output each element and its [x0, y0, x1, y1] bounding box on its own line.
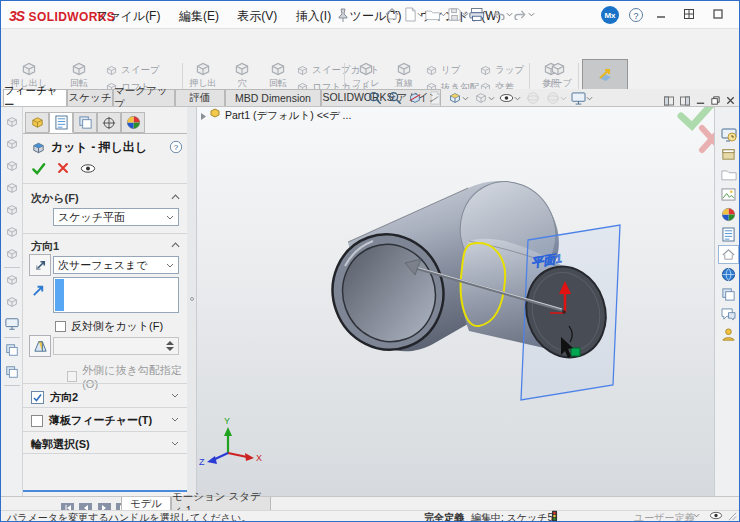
display-style-icon[interactable] [471, 90, 497, 106]
forum-icon[interactable] [718, 305, 739, 324]
draft-outward-row[interactable]: 外側に抜き勾配指定(O) [67, 363, 187, 390]
zoom-area-icon[interactable] [385, 90, 405, 106]
file-explorer-icon[interactable] [718, 165, 739, 184]
edit-appearance-icon[interactable] [523, 90, 543, 106]
redo-button[interactable] [513, 4, 535, 24]
thin-feature-row[interactable]: 薄板フィーチャー(T) [31, 413, 152, 428]
apply-scene-icon[interactable] [543, 90, 569, 106]
view-orientation-icon[interactable] [445, 90, 471, 106]
menu-insert[interactable]: 挿入(I) [289, 3, 338, 30]
window-minimize-button[interactable] [649, 3, 673, 25]
user-avatar[interactable]: Mx [601, 6, 619, 24]
tab-propertymanager[interactable] [49, 112, 73, 133]
from-dropdown[interactable]: スケッチ平面 [53, 208, 179, 226]
undo-button[interactable] [491, 4, 513, 24]
view-settings-icon[interactable] [569, 90, 595, 106]
user-tools-icon[interactable] [718, 325, 739, 344]
menu-file[interactable]: ファイル(F) [89, 3, 167, 30]
selected-contours-expand-icon[interactable] [171, 441, 179, 446]
3dexperience-icon[interactable] [718, 265, 739, 284]
strip-feature-icon[interactable] [5, 159, 19, 173]
direction1-collapse-icon[interactable] [171, 242, 180, 248]
tab-markup[interactable]: マークアップ [113, 89, 175, 106]
flyout-tree[interactable]: Part1 (デフォルト) <<デ ... [201, 109, 351, 121]
panel-splitter[interactable] [187, 107, 197, 496]
from-collapse-icon[interactable] [171, 194, 180, 200]
pm-help-icon[interactable] [169, 140, 183, 154]
strip-feature-icon[interactable] [5, 137, 19, 151]
splitter-handle[interactable] [190, 297, 194, 301]
end-condition-dropdown[interactable]: 次サーフェスまで [53, 256, 179, 274]
cancel-x-icon[interactable] [56, 161, 70, 175]
flyout-expand-icon[interactable] [201, 113, 206, 120]
strip-feature-icon[interactable] [5, 181, 19, 195]
thin-feature-expand-icon[interactable] [171, 417, 179, 422]
drag-handle[interactable] [571, 348, 580, 356]
draft-outward-checkbox[interactable] [67, 371, 77, 382]
direction-selection-box[interactable] [53, 277, 179, 313]
menu-edit[interactable]: 編集(E) [172, 3, 226, 30]
confirm-ok-icon[interactable] [681, 107, 712, 126]
thin-feature-checkbox[interactable] [31, 415, 43, 427]
strip-sketch-icon[interactable] [5, 273, 19, 287]
hide-show-items-icon[interactable] [497, 90, 523, 106]
flyout-part-name[interactable]: Part1 (デフォルト) <<デ ... [225, 109, 351, 121]
strip-copy-icon[interactable] [5, 365, 19, 379]
section-view-icon[interactable] [405, 90, 425, 106]
custom-properties-icon[interactable] [718, 225, 739, 244]
strip-feature-icon[interactable] [5, 247, 19, 261]
tab-sketch[interactable]: スケッチ [67, 89, 113, 106]
spinner-arrows[interactable] [166, 341, 174, 351]
graphics-viewport[interactable]: 平面1 [197, 107, 714, 496]
units-chevron-icon[interactable] [693, 513, 700, 518]
view-palette-icon[interactable] [718, 185, 739, 204]
zoom-fit-icon[interactable] [365, 90, 385, 106]
flip-side-checkbox[interactable] [55, 321, 66, 332]
wrap-button[interactable]: ラップ [479, 62, 524, 79]
design-library-icon[interactable] [718, 145, 739, 164]
tab-features[interactable]: フィーチャー [3, 89, 67, 106]
rib-button[interactable]: リブ [425, 62, 460, 79]
tab-dimxpertmanager[interactable] [97, 112, 121, 133]
strip-feature-icon[interactable] [5, 225, 19, 239]
strip-sketch-icon[interactable] [5, 295, 19, 309]
save-button[interactable] [447, 4, 469, 24]
preview-eye-icon[interactable] [80, 163, 96, 174]
new-file-button[interactable] [403, 4, 425, 24]
pin-menu-icon[interactable] [337, 8, 349, 22]
window-tile-button[interactable] [677, 3, 701, 25]
tab-mbd-dimension[interactable]: MBD Dimension [225, 89, 321, 106]
tab-featuremanager[interactable] [25, 112, 49, 133]
confirm-cancel-icon[interactable] [702, 128, 714, 150]
strip-copy-icon[interactable] [5, 343, 19, 357]
draft-angle-spinner[interactable] [53, 337, 179, 355]
sweep-button[interactable]: スイープ [105, 62, 160, 79]
home-tab-icon[interactable] [718, 245, 739, 264]
strip-feature-icon[interactable] [5, 203, 19, 217]
direction2-expand-icon[interactable] [171, 393, 179, 398]
tab-displaymanager[interactable] [121, 112, 145, 133]
tab-configurationmanager[interactable] [73, 112, 97, 133]
direction2-row[interactable]: 方向2 [31, 390, 78, 405]
previous-view-icon[interactable] [425, 90, 445, 106]
confirmation-corner[interactable] [681, 107, 714, 150]
draft-on-off-button[interactable] [29, 335, 51, 357]
menu-view[interactable]: 表示(V) [230, 3, 284, 30]
window-maximize-button[interactable] [706, 3, 730, 25]
ok-check-icon[interactable] [31, 161, 46, 176]
flip-side-row[interactable]: 反対側をカット(F) [55, 319, 163, 334]
strip-feature-icon[interactable] [5, 115, 19, 129]
tab-evaluate[interactable]: 評価 [175, 89, 225, 106]
home-button[interactable] [381, 4, 403, 24]
tags-icon[interactable] [709, 511, 723, 520]
strip-sketch-icon[interactable] [5, 317, 19, 331]
direction2-checkbox[interactable] [31, 391, 44, 404]
reverse-direction-button[interactable] [29, 254, 51, 276]
solidworks-resources-icon[interactable] [718, 125, 739, 144]
model-tab[interactable]: モデル [121, 497, 171, 511]
open-file-button[interactable] [425, 4, 447, 24]
structure-tree-icon[interactable] [718, 285, 739, 304]
help-icon[interactable] [628, 7, 644, 23]
motion-study-tab[interactable]: モーション スタディ 1 [171, 497, 271, 511]
appearances-scenes-icon[interactable] [718, 205, 739, 224]
